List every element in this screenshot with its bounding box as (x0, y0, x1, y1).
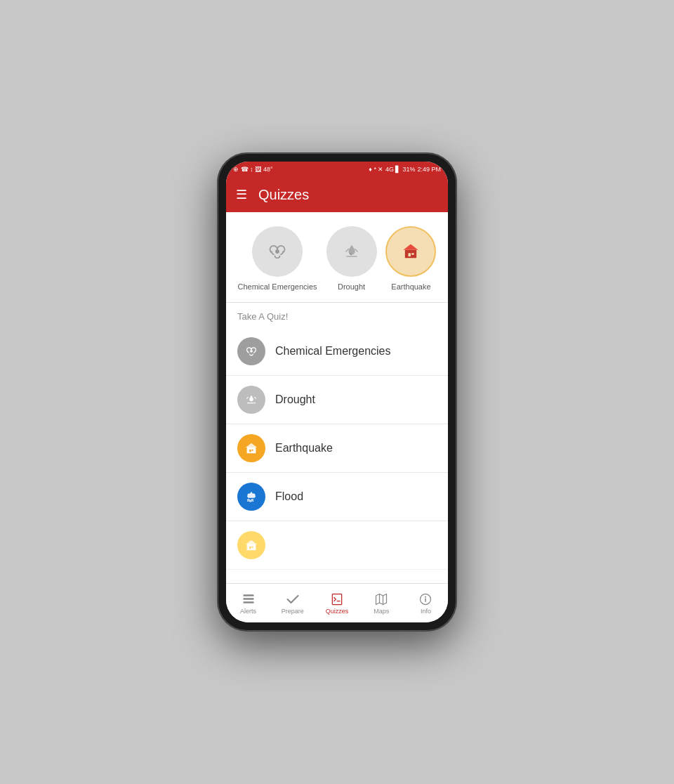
status-left: ⊕ ☎ ↕ 🖼 48° (233, 166, 273, 173)
drought-list-icon (244, 392, 259, 407)
featured-label-chemical: Chemical Emergencies (237, 282, 317, 291)
drought-icon-featured (342, 242, 362, 261)
maps-icon (374, 592, 388, 606)
nav-label-prepare: Prepare (282, 608, 304, 615)
app-bar: ☰ Quizzes (226, 177, 448, 212)
hamburger-icon[interactable]: ☰ (236, 187, 247, 202)
list-header: Take A Quiz! (226, 303, 448, 327)
info-icon (418, 592, 432, 606)
featured-circle-drought (326, 226, 377, 277)
list-label-drought: Drought (275, 393, 315, 406)
phone-screen: ⊕ ☎ ↕ 🖼 48° ♦ * ✕ 4G ▋ 31% 2:49 PM ☰ Qui… (226, 162, 448, 622)
svg-marker-8 (246, 443, 258, 447)
svg-marker-12 (246, 540, 258, 544)
list-icon-chemical (237, 337, 265, 365)
biohazard-icon-featured (267, 242, 287, 261)
status-icons-right: ♦ * ✕ 4G ▋ (369, 166, 400, 173)
list-item-more[interactable] (226, 521, 448, 570)
list-item-earthquake[interactable]: Earthquake (226, 424, 448, 473)
app-bar-title: Quizzes (258, 187, 309, 203)
phone-wrapper: ⊕ ☎ ↕ 🖼 48° ♦ * ✕ 4G ▋ 31% 2:49 PM ☰ Qui… (218, 153, 456, 631)
earthquake-list-icon (244, 440, 259, 456)
svg-rect-17 (243, 601, 253, 603)
status-icons-left: ⊕ ☎ ↕ 🖼 (233, 166, 261, 173)
svg-point-6 (250, 350, 253, 353)
featured-label-drought: Drought (338, 282, 365, 291)
featured-circle-earthquake (385, 226, 436, 277)
bottom-nav: Alerts Prepare Quizzes (226, 583, 448, 622)
nav-label-quizzes: Quizzes (326, 608, 349, 615)
alerts-icon (242, 592, 256, 606)
featured-row: Chemical Emergencies Dro (226, 212, 448, 303)
list-icon-flood (237, 483, 265, 511)
svg-rect-13 (249, 547, 251, 549)
phone-shell: ⊕ ☎ ↕ 🖼 48° ♦ * ✕ 4G ▋ 31% 2:49 PM ☰ Qui… (218, 153, 456, 631)
svg-point-1 (276, 250, 279, 253)
featured-circle-chemical (252, 226, 303, 277)
svg-rect-11 (247, 544, 256, 550)
list-icon-drought (237, 386, 265, 414)
nav-label-maps: Maps (374, 608, 389, 615)
nav-item-quizzes[interactable]: Quizzes (315, 592, 359, 615)
quizzes-icon (330, 592, 344, 606)
list-label-chemical: Chemical Emergencies (275, 345, 391, 358)
list-item-chemical[interactable]: Chemical Emergencies (226, 327, 448, 376)
battery-level: 31% (402, 166, 415, 173)
clock: 2:49 PM (417, 166, 441, 173)
svg-rect-14 (251, 547, 253, 548)
list-icon-earthquake (237, 434, 265, 462)
nav-item-alerts[interactable]: Alerts (226, 592, 270, 615)
nav-label-alerts: Alerts (240, 608, 256, 615)
earthquake-icon-featured (401, 242, 421, 261)
status-bar: ⊕ ☎ ↕ 🖼 48° ♦ * ✕ 4G ▋ 31% 2:49 PM (226, 162, 448, 177)
prepare-icon (286, 592, 300, 606)
nav-label-info: Info (421, 608, 431, 615)
nav-item-maps[interactable]: Maps (359, 592, 404, 615)
svg-marker-3 (404, 244, 418, 250)
featured-item-earthquake[interactable]: Earthquake (385, 226, 436, 291)
nav-item-prepare[interactable]: Prepare (270, 592, 315, 615)
featured-item-drought[interactable]: Drought (326, 226, 377, 291)
svg-rect-7 (247, 447, 256, 453)
featured-label-earthquake: Earthquake (391, 282, 430, 291)
status-right: ♦ * ✕ 4G ▋ 31% 2:49 PM (369, 166, 441, 173)
content-area: Chemical Emergencies Dro (226, 212, 448, 583)
svg-point-25 (425, 596, 427, 597)
svg-rect-10 (251, 450, 253, 451)
list-label-flood: Flood (275, 490, 303, 503)
list-icon-more (237, 531, 265, 559)
nav-item-info[interactable]: Info (404, 592, 448, 615)
flood-list-icon (244, 489, 259, 504)
svg-rect-18 (332, 594, 341, 604)
more-list-icon (244, 537, 259, 553)
featured-item-chemical[interactable]: Chemical Emergencies (237, 226, 317, 291)
list-item-drought[interactable]: Drought (226, 376, 448, 424)
list-label-earthquake: Earthquake (275, 442, 333, 455)
svg-rect-4 (409, 253, 411, 256)
list-item-flood[interactable]: Flood (226, 473, 448, 521)
svg-rect-15 (243, 594, 253, 596)
biohazard-list-icon (244, 344, 259, 359)
svg-rect-9 (249, 450, 251, 452)
svg-rect-16 (243, 598, 253, 600)
svg-rect-5 (412, 253, 415, 254)
temperature: 48° (263, 166, 273, 173)
list-section: Take A Quiz! (226, 303, 448, 570)
